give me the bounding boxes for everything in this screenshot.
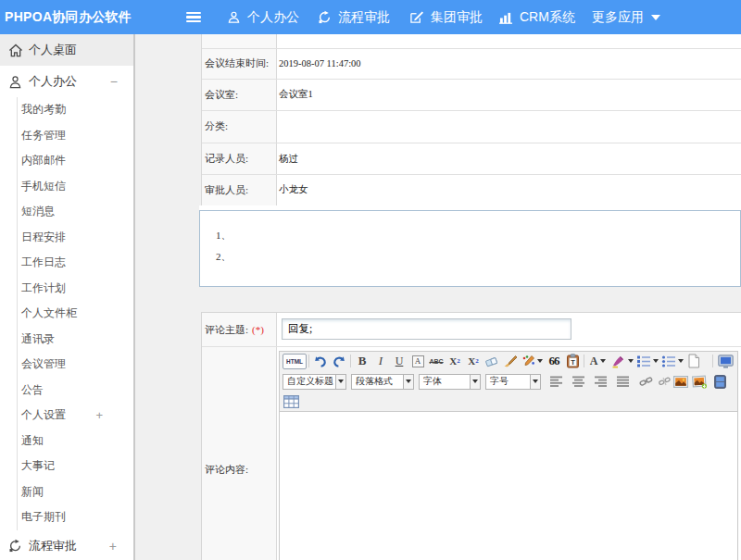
link-button[interactable] bbox=[638, 374, 653, 390]
sidebar-item-settings[interactable]: 个人设置+ bbox=[18, 403, 133, 429]
sidebar-item-announcements[interactable]: 公告 bbox=[18, 378, 133, 404]
sidebar-item-meetings[interactable]: 会议管理 bbox=[18, 352, 133, 378]
sidebar-item-label: 流程审批 bbox=[29, 538, 77, 554]
sidebar-item-personal-office[interactable]: 个人办公 − bbox=[0, 66, 133, 97]
sidebar-item-file-cabinet[interactable]: 个人文件柜 bbox=[18, 301, 133, 327]
align-right-button[interactable] bbox=[594, 374, 609, 390]
new-document-button[interactable] bbox=[684, 354, 703, 369]
combo-value: 字体 bbox=[419, 374, 471, 390]
sidebar-item-tasks[interactable]: 任务管理 bbox=[18, 123, 133, 149]
cycle-icon bbox=[318, 10, 332, 24]
sidebar-item-work-diary[interactable]: 工作日志 bbox=[18, 250, 133, 276]
edit-icon bbox=[409, 10, 424, 24]
table-button[interactable] bbox=[283, 394, 299, 410]
table-row bbox=[202, 34, 741, 49]
menu-toggle-icon[interactable] bbox=[186, 12, 201, 22]
underline-button[interactable]: U bbox=[390, 354, 408, 369]
sidebar-item-e-journal[interactable]: 电子期刊 bbox=[18, 504, 133, 530]
row-label: 会议结束时间: bbox=[202, 49, 277, 79]
toolbar-separator bbox=[712, 355, 713, 367]
sidebar-item-internal-mail[interactable]: 内部邮件 bbox=[18, 148, 133, 174]
image-button[interactable] bbox=[673, 374, 688, 390]
italic-button[interactable]: I bbox=[371, 354, 390, 369]
button-glyph-mark: 2 bbox=[475, 357, 479, 365]
sidebar-item-label: 内部邮件 bbox=[21, 154, 66, 167]
unlink-button[interactable] bbox=[657, 374, 672, 390]
sidebar-item-news[interactable]: 新闻 bbox=[18, 479, 133, 505]
row-label: 记录人员: bbox=[202, 143, 277, 174]
font-size-select[interactable]: 字号 bbox=[485, 374, 541, 390]
toolbar-row-3 bbox=[282, 392, 735, 411]
pen-color-button[interactable] bbox=[520, 354, 545, 369]
nav-group-approval[interactable]: 集团审批 bbox=[409, 0, 483, 34]
sidebar-item-contacts[interactable]: 通讯录 bbox=[18, 327, 133, 353]
combo-value: 字号 bbox=[485, 374, 531, 390]
align-left-button[interactable] bbox=[549, 374, 564, 390]
font-color-button[interactable]: A bbox=[586, 354, 609, 369]
button-glyph: A bbox=[590, 355, 598, 368]
comment-subject-input[interactable] bbox=[282, 318, 571, 340]
expand-icon[interactable]: + bbox=[109, 539, 117, 554]
sidebar-item-work-plan[interactable]: 工作计划 bbox=[18, 276, 133, 302]
user-icon bbox=[227, 10, 241, 24]
nav-label: 集团审批 bbox=[431, 9, 483, 26]
sidebar-item-short-message[interactable]: 短消息 bbox=[18, 199, 133, 225]
nav-personal-office[interactable]: 个人办公 bbox=[227, 0, 299, 34]
more-apps-caret[interactable] bbox=[651, 0, 660, 34]
expand-icon[interactable]: + bbox=[95, 403, 103, 429]
sidebar-item-label: 通知 bbox=[21, 434, 44, 447]
nav-more-apps[interactable]: 更多应用 bbox=[592, 0, 644, 34]
sidebar-item-label: 个人桌面 bbox=[29, 42, 77, 58]
heading-select[interactable]: 自定义标题 bbox=[283, 374, 346, 390]
eraser-button[interactable] bbox=[483, 354, 501, 369]
chevron-down-icon bbox=[537, 359, 543, 363]
ordered-list-button[interactable] bbox=[634, 354, 659, 369]
sidebar-item-workflow-approval[interactable]: 流程审批 + bbox=[0, 530, 133, 560]
row-label: 分类: bbox=[202, 111, 277, 143]
editor-toolbar: HTML B I U bbox=[280, 352, 737, 412]
strikethrough-button[interactable]: ABC bbox=[427, 354, 446, 369]
image-upload-button[interactable] bbox=[692, 374, 708, 390]
redo-button[interactable] bbox=[330, 354, 348, 369]
preview-button[interactable] bbox=[715, 354, 735, 369]
unordered-list-button[interactable] bbox=[659, 354, 684, 369]
nav-crm[interactable]: CRM系统 bbox=[499, 0, 575, 34]
align-center-button[interactable] bbox=[571, 374, 586, 390]
sidebar-item-attendance[interactable]: 我的考勤 bbox=[18, 97, 133, 123]
font-name-button[interactable]: A bbox=[412, 355, 424, 367]
editor-content-area[interactable] bbox=[280, 412, 737, 560]
chevron-down-icon bbox=[678, 359, 684, 363]
sidebar-item-schedule[interactable]: 日程安排 bbox=[18, 225, 133, 251]
sidebar-item-notices[interactable]: 通知 bbox=[18, 429, 133, 454]
chevron-down-icon bbox=[336, 374, 346, 390]
sidebar-item-desktop[interactable]: 个人桌面 bbox=[0, 34, 133, 66]
row-label: 会议室: bbox=[202, 80, 277, 110]
rich-text-editor: HTML B I U bbox=[279, 351, 738, 560]
subscript-button[interactable]: X2 bbox=[464, 354, 483, 369]
app-window: PHPOA协同办公软件 个人办公 流程审批 集团审批 CRM系统 bbox=[0, 0, 741, 560]
row-value: 小龙女 bbox=[277, 175, 741, 205]
superscript-button[interactable]: X2 bbox=[446, 354, 464, 369]
source-code-button[interactable]: HTML bbox=[283, 354, 307, 369]
format-painter-button[interactable] bbox=[501, 354, 520, 369]
bold-button[interactable]: B bbox=[353, 354, 371, 369]
blockquote-button[interactable]: 66 bbox=[545, 354, 563, 369]
collapse-icon[interactable]: − bbox=[110, 74, 118, 89]
font-family-select[interactable]: 字体 bbox=[419, 374, 481, 390]
highlight-color-button[interactable] bbox=[609, 354, 634, 369]
field-label-text: 评论主题: bbox=[205, 323, 248, 337]
paste-text-button[interactable]: T bbox=[563, 354, 582, 369]
nav-label: CRM系统 bbox=[520, 9, 575, 26]
toolbar-separator bbox=[308, 355, 309, 367]
sidebar-item-label: 短消息 bbox=[21, 205, 55, 218]
undo-button[interactable] bbox=[311, 354, 330, 369]
sidebar-item-events[interactable]: 大事记 bbox=[18, 454, 133, 479]
meeting-info-table: 会议结束时间: 2019-08-07 11:47:00 会议室: 会议室1 分类… bbox=[201, 34, 741, 206]
sidebar-item-sms[interactable]: 手机短信 bbox=[18, 174, 133, 200]
sidebar-item-label: 个人设置 bbox=[21, 408, 66, 421]
paragraph-select[interactable]: 段落格式 bbox=[351, 374, 414, 390]
nav-workflow-approval[interactable]: 流程审批 bbox=[318, 0, 390, 34]
svg-text:T: T bbox=[571, 358, 575, 367]
media-button[interactable] bbox=[712, 374, 727, 390]
align-justify-button[interactable] bbox=[616, 374, 631, 390]
